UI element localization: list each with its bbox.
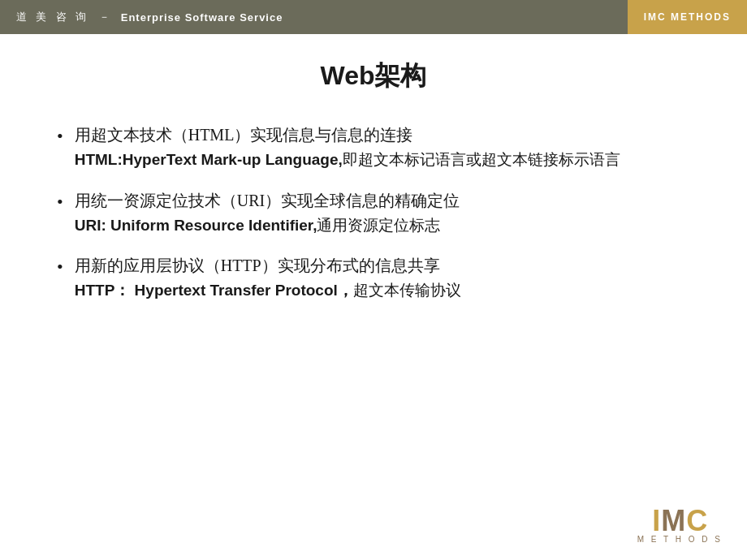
header-right: IMC METHODS bbox=[628, 0, 747, 34]
bullet-content: 用统一资源定位技术（URI）实现全球信息的精确定位 URI: Uniform R… bbox=[75, 188, 690, 238]
main-content: Web架构 • 用超文本技术（HTML）实现信息与信息的连接 HTML:Hype… bbox=[0, 34, 747, 343]
bullet-sub: HTTP： Hypertext Transfer Protocol，超文本传输协… bbox=[75, 279, 690, 303]
bullet-sub-normal: 通用资源定位标志 bbox=[317, 217, 440, 234]
imc-methods-label: IMC METHODS bbox=[644, 11, 731, 23]
header-left: 道 美 咨 询 － Enterprise Software Service bbox=[16, 10, 283, 24]
bullet-sub-bold: HTTP： Hypertext Transfer Protocol， bbox=[75, 282, 353, 299]
logo-letter-I: I bbox=[652, 504, 660, 538]
list-item: • 用超文本技术（HTML）实现信息与信息的连接 HTML:HyperText … bbox=[57, 123, 690, 172]
imc-letters: I M C bbox=[652, 504, 707, 538]
bullet-dot: • bbox=[57, 124, 63, 149]
bullet-content: 用超文本技术（HTML）实现信息与信息的连接 HTML:HyperText Ma… bbox=[75, 123, 690, 172]
list-item: • 用统一资源定位技术（URI）实现全球信息的精确定位 URI: Uniform… bbox=[57, 188, 690, 238]
bullet-dot: • bbox=[57, 255, 63, 280]
bullet-sub-bold: HTML:HyperText Mark-up Language, bbox=[75, 151, 343, 168]
bullet-sub-normal: 即超文本标记语言或超文本链接标示语言 bbox=[343, 151, 620, 168]
bullet-sub-normal: 超文本传输协议 bbox=[353, 282, 461, 299]
bullet-content: 用新的应用层协议（HTTP）实现分布式的信息共享 HTTP： Hypertext… bbox=[75, 253, 690, 303]
bullet-list: • 用超文本技术（HTML）实现信息与信息的连接 HTML:HyperText … bbox=[57, 123, 690, 303]
logo-letter-C: C bbox=[686, 504, 707, 538]
company-name: 道 美 咨 询 bbox=[16, 10, 89, 24]
bullet-dot: • bbox=[57, 190, 63, 215]
bullet-sub: URI: Uniform Resource Identifier,通用资源定位标… bbox=[75, 214, 690, 238]
bullet-main: 用超文本技术（HTML）实现信息与信息的连接 bbox=[75, 123, 690, 147]
bullet-sub: HTML:HyperText Mark-up Language,即超文本标记语言… bbox=[75, 149, 690, 172]
service-name: Enterprise Software Service bbox=[121, 11, 283, 24]
list-item: • 用新的应用层协议（HTTP）实现分布式的信息共享 HTTP： Hyperte… bbox=[57, 253, 690, 303]
bullet-main: 用新的应用层协议（HTTP）实现分布式的信息共享 bbox=[75, 253, 690, 278]
logo-methods-text: M E T H O D S bbox=[637, 535, 723, 544]
logo-letter-M: M bbox=[661, 504, 685, 538]
header-dash: － bbox=[99, 10, 111, 24]
header-bar: 道 美 咨 询 － Enterprise Software Service IM… bbox=[0, 0, 747, 34]
bullet-sub-bold: URI: Uniform Resource Identifier, bbox=[75, 217, 317, 234]
page-title: Web架构 bbox=[57, 58, 690, 94]
bullet-main: 用统一资源定位技术（URI）实现全球信息的精确定位 bbox=[75, 188, 690, 213]
imc-logo: I M C M E T H O D S bbox=[637, 504, 723, 544]
